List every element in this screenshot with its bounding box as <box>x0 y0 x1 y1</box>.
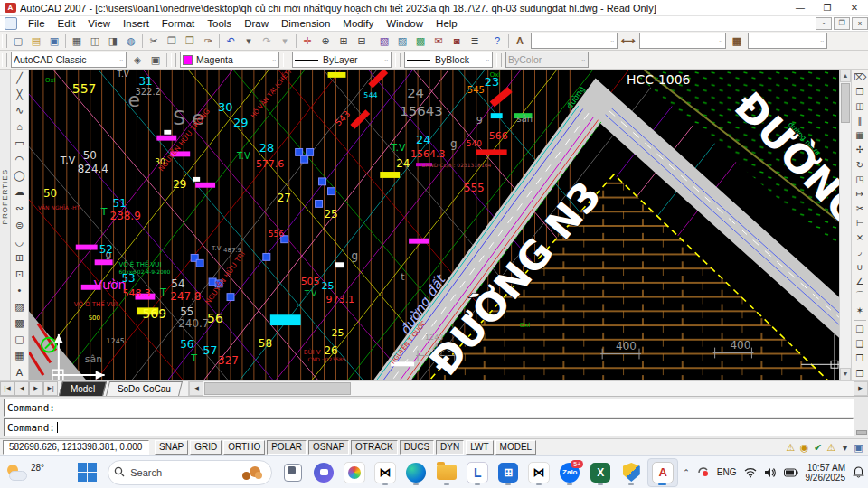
lineweight-combo[interactable]: ByBlock⌄ <box>404 52 493 68</box>
linetype-combo[interactable]: ByLayer⌄ <box>292 52 392 68</box>
properties-palette-strip[interactable]: PROPERTIES <box>0 70 11 380</box>
language-indicator[interactable]: ENG <box>717 467 737 477</box>
zoom-window-button[interactable]: ⊞ <box>335 33 353 50</box>
make-block-button[interactable]: ⊡ <box>11 266 29 282</box>
move-button[interactable]: ✢ <box>852 143 868 157</box>
break-at-point-button[interactable]: ⨯ <box>852 230 868 245</box>
menu-tools[interactable]: Tools <box>201 18 238 29</box>
toolbar-lock-warning-icon[interactable]: ⚠ <box>784 442 797 454</box>
help-button[interactable]: ? <box>488 33 506 50</box>
clean-screen-button[interactable]: ▣ <box>852 442 865 454</box>
volume-icon[interactable] <box>764 467 777 478</box>
menu-edit[interactable]: Edit <box>52 18 82 29</box>
publish-web-button[interactable]: ◍ <box>122 33 140 50</box>
arc-button[interactable]: ◠ <box>11 152 29 168</box>
vscroll-thumb[interactable] <box>841 83 850 123</box>
toggle-polar[interactable]: POLAR <box>267 440 307 455</box>
insert-block-button[interactable]: ⊞ <box>11 249 29 266</box>
mdi-minimize-button[interactable]: - <box>816 17 832 30</box>
mtext-button[interactable]: A <box>11 364 29 380</box>
dim-style-combo[interactable]: ⌄ <box>639 33 726 49</box>
command-splitter[interactable] <box>855 397 868 438</box>
pan-button[interactable]: ✛ <box>298 33 316 50</box>
tab-nav-2[interactable]: ▶ <box>29 381 43 396</box>
plot-button[interactable]: ▦ <box>68 33 86 50</box>
workspace-save-button[interactable]: ▣ <box>146 52 165 69</box>
copy-button[interactable]: ❐ <box>163 33 181 50</box>
new-button[interactable]: ▢ <box>9 33 27 50</box>
menu-view[interactable]: View <box>81 18 117 29</box>
revcloud-button[interactable]: ☁ <box>11 184 29 201</box>
offset-button[interactable]: ∥ <box>852 113 868 127</box>
stretch-button[interactable]: ↦ <box>852 186 868 201</box>
excel-icon[interactable]: X <box>586 459 615 486</box>
autocad-icon[interactable]: A <box>647 458 678 487</box>
redo-list-dropdown[interactable]: ▾ <box>276 33 294 50</box>
scroll-down-button[interactable]: ▼ <box>840 368 851 380</box>
scroll-right-button[interactable]: ▶ <box>854 381 868 396</box>
undo-list-dropdown[interactable]: ▾ <box>240 33 258 50</box>
line-button[interactable]: ╱ <box>11 70 29 86</box>
menu-modify[interactable]: Modify <box>336 18 380 29</box>
toggle-dyn[interactable]: DYN <box>436 440 464 455</box>
screen-record-icon[interactable] <box>697 466 710 479</box>
dim-style-icon[interactable]: ⟷ <box>619 33 637 50</box>
clock[interactable]: 10:57 AM9/26/2025 <box>806 463 846 483</box>
ellipse-arc-button[interactable]: ◡ <box>11 233 29 249</box>
cad-canvas[interactable]: T.V31322.2557eS e302928577.6T.V272930T.V… <box>29 70 839 380</box>
tab-model[interactable]: Model <box>59 381 107 396</box>
paint-icon[interactable] <box>340 459 369 486</box>
menu-draw[interactable]: Draw <box>238 18 275 29</box>
erase-button[interactable]: ⌦ <box>852 70 868 84</box>
menu-help[interactable]: Help <box>429 18 464 29</box>
tab-nav-0[interactable]: |◀ <box>0 381 14 396</box>
workspace-settings-button[interactable]: ◈ <box>128 52 146 69</box>
toggle-snap[interactable]: SNAP <box>155 440 188 455</box>
notification-bell-icon[interactable] <box>853 466 864 478</box>
draworder-front-button[interactable]: ❏ <box>852 323 868 337</box>
paste-button[interactable]: ❒ <box>181 33 199 50</box>
toggle-grid[interactable]: GRID <box>190 440 222 455</box>
hscroll-thumb[interactable] <box>204 382 351 395</box>
array-button[interactable]: ▦ <box>852 128 868 143</box>
wifi-icon[interactable] <box>744 467 757 478</box>
render-button[interactable]: ◙ <box>448 33 466 50</box>
rectangle-button[interactable]: ▭ <box>11 135 29 151</box>
tab-sodo-cocau[interactable]: SoDo CoCau <box>106 381 183 396</box>
draworder-under-button[interactable]: ❐ <box>852 366 868 380</box>
plot-preview-button[interactable]: ◫ <box>86 33 104 50</box>
circle-button[interactable]: ◯ <box>11 168 29 184</box>
polygon-button[interactable]: ⌂ <box>11 118 29 135</box>
minimize-button[interactable]: — <box>787 1 814 14</box>
construction-line-button[interactable]: ╳ <box>11 86 29 102</box>
trim-button[interactable]: ✂ <box>852 201 868 215</box>
draworder-back-button[interactable]: ❑ <box>852 337 868 352</box>
toggle-model[interactable]: MODEL <box>495 440 537 455</box>
break-button[interactable]: ◞ <box>852 245 868 259</box>
validate-icon[interactable]: ✔ <box>811 442 825 454</box>
capcut-2-icon[interactable]: ⋈ <box>524 459 553 486</box>
command-input-line[interactable]: Command: <box>4 418 854 436</box>
toggle-otrack[interactable]: OTRACK <box>351 440 398 455</box>
store-icon[interactable]: ⊞ <box>494 459 523 486</box>
scroll-left-button[interactable]: ◀ <box>189 381 203 396</box>
menu-dimension[interactable]: Dimension <box>275 18 336 29</box>
windows-security-icon[interactable] <box>617 459 646 486</box>
scale-button[interactable]: ◳ <box>852 172 868 186</box>
calculator-button[interactable]: ≣ <box>466 33 484 50</box>
rotate-button[interactable]: ↻ <box>852 157 868 172</box>
battery-icon[interactable] <box>784 468 798 477</box>
zoom-previous-button[interactable]: ⊟ <box>353 33 371 50</box>
drawing-viewport[interactable]: T.V31322.2557eS e302928577.6T.V272930T.V… <box>29 70 839 380</box>
chamfer-button[interactable]: ∠ <box>852 274 868 288</box>
join-button[interactable]: ∪ <box>852 259 868 274</box>
menu-insert[interactable]: Insert <box>117 18 156 29</box>
table-button[interactable]: ▦ <box>11 348 29 364</box>
undo-button[interactable]: ↶ <box>222 33 240 50</box>
vertical-scrollbar[interactable]: ▲ ▼ <box>839 70 851 380</box>
mdi-restore-button[interactable]: ❐ <box>834 17 850 30</box>
region-button[interactable]: ▢ <box>11 332 29 348</box>
toggle-lwt[interactable]: LWT <box>466 440 493 455</box>
l-app-icon[interactable]: L <box>463 459 492 486</box>
toggle-ducs[interactable]: DUCS <box>400 440 434 455</box>
